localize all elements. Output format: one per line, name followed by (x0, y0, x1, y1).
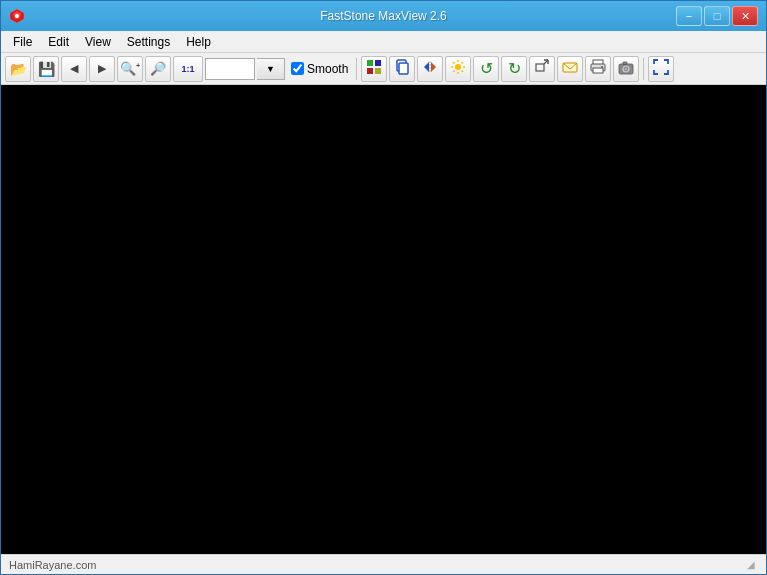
resize-button[interactable] (529, 56, 555, 82)
flip-button[interactable] (417, 56, 443, 82)
save-icon: 💾 (38, 61, 55, 77)
svg-line-17 (453, 62, 455, 64)
resize-grip-icon: ◢ (744, 558, 758, 572)
status-text: HamiRayane.com (9, 559, 744, 571)
open-button[interactable]: 📂 (5, 56, 31, 82)
color-icon (366, 59, 382, 78)
resize-icon (534, 59, 550, 78)
copy-button[interactable] (389, 56, 415, 82)
zoom-out-icon: 🔎 (150, 61, 166, 76)
brightness-button[interactable] (445, 56, 471, 82)
title-bar-left (9, 8, 25, 24)
back-icon: ◀ (70, 62, 78, 75)
svg-point-32 (625, 68, 628, 71)
smooth-control: Smooth (291, 62, 348, 76)
dropdown-arrow-icon: ▼ (266, 64, 275, 74)
minimize-button[interactable]: − (676, 6, 702, 26)
back-button[interactable]: ◀ (61, 56, 87, 82)
fullscreen-button[interactable] (648, 56, 674, 82)
svg-marker-10 (431, 62, 436, 72)
svg-line-20 (453, 71, 455, 73)
close-button[interactable]: ✕ (732, 6, 758, 26)
actual-size-button[interactable]: 1:1 (173, 56, 203, 82)
toolbar: 📂 💾 ◀ ▶ 🔍+ 🔎 1:1 ▼ (1, 53, 766, 85)
status-bar: HamiRayane.com ◢ (1, 554, 766, 574)
svg-marker-9 (424, 62, 429, 72)
print-icon (590, 59, 606, 78)
main-window: FastStone MaxView 2.6 − □ ✕ File Edit Vi… (0, 0, 767, 575)
svg-rect-5 (367, 68, 373, 74)
forward-icon: ▶ (98, 62, 106, 75)
svg-line-18 (462, 71, 464, 73)
svg-rect-28 (593, 68, 603, 73)
svg-point-29 (601, 66, 603, 68)
smooth-checkbox[interactable] (291, 62, 304, 75)
app-icon (9, 8, 25, 24)
svg-rect-21 (536, 64, 544, 71)
flip-icon (422, 59, 438, 78)
menu-settings[interactable]: Settings (119, 31, 178, 52)
rotate-left-button[interactable]: ↺ (473, 56, 499, 82)
svg-line-19 (462, 62, 464, 64)
screenshot-button[interactable] (613, 56, 639, 82)
zoom-dropdown[interactable]: ▼ (257, 58, 285, 80)
menu-bar: File Edit View Settings Help (1, 31, 766, 53)
save-button[interactable]: 💾 (33, 56, 59, 82)
rotate-left-icon: ↺ (480, 59, 493, 78)
email-icon (562, 59, 578, 78)
fullscreen-icon (653, 59, 669, 78)
maximize-button[interactable]: □ (704, 6, 730, 26)
rotate-right-icon: ↻ (508, 59, 521, 78)
svg-rect-4 (375, 60, 381, 66)
menu-help[interactable]: Help (178, 31, 219, 52)
rotate-right-button[interactable]: ↻ (501, 56, 527, 82)
menu-view[interactable]: View (77, 31, 119, 52)
window-title: FastStone MaxView 2.6 (320, 9, 447, 23)
zoom-input[interactable] (205, 58, 255, 80)
image-canvas (1, 85, 766, 554)
copy-icon (394, 59, 410, 78)
svg-point-12 (455, 64, 461, 70)
svg-rect-3 (367, 60, 373, 66)
svg-rect-8 (399, 63, 408, 74)
zoom-out-button[interactable]: 🔎 (145, 56, 171, 82)
email-button[interactable] (557, 56, 583, 82)
color-button[interactable] (361, 56, 387, 82)
separator-1 (356, 58, 357, 80)
separator-2 (643, 58, 644, 80)
menu-file[interactable]: File (5, 31, 40, 52)
actual-size-icon: 1:1 (181, 64, 194, 74)
open-icon: 📂 (10, 61, 27, 77)
zoom-in-button[interactable]: 🔍+ (117, 56, 143, 82)
sun-icon (450, 59, 466, 78)
title-bar-controls: − □ ✕ (676, 6, 758, 26)
zoom-in-icon: 🔍+ (120, 61, 141, 76)
print-button[interactable] (585, 56, 611, 82)
menu-edit[interactable]: Edit (40, 31, 77, 52)
svg-point-2 (15, 14, 19, 18)
forward-button[interactable]: ▶ (89, 56, 115, 82)
svg-rect-33 (623, 62, 627, 65)
smooth-label: Smooth (307, 62, 348, 76)
svg-rect-6 (375, 68, 381, 74)
title-bar: FastStone MaxView 2.6 − □ ✕ (1, 1, 766, 31)
camera-icon (618, 59, 634, 78)
